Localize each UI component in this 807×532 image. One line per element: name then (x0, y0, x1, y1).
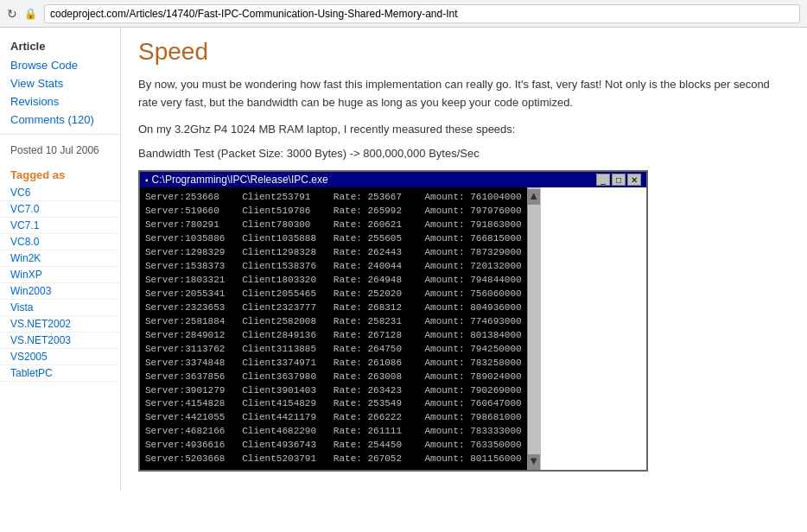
content-para-2: On my 3.2Ghz P4 1024 MB RAM laptop, I re… (138, 121, 790, 139)
cmd-restore-btn[interactable]: □ (612, 174, 626, 186)
cmd-titlebar: ▪ C:\Programming\IPC\Release\IPC.exe _ □… (140, 172, 646, 187)
cmd-line: Server:3113762 Client3113885 Rate: 26475… (145, 343, 522, 357)
sidebar-tag-vs.net2003[interactable]: VS.NET2003 (0, 332, 120, 349)
sidebar-tag-vista[interactable]: Vista (0, 300, 120, 316)
sidebar-section-label: Article (0, 35, 120, 56)
cmd-line: Server:2581884 Client2582008 Rate: 25823… (145, 315, 522, 329)
sidebar-divider (0, 134, 120, 135)
cmd-window: ▪ C:\Programming\IPC\Release\IPC.exe _ □… (138, 170, 648, 472)
sidebar-posted: Posted 10 Jul 2006 (0, 140, 120, 162)
cmd-line: Server:3901279 Client3901403 Rate: 26342… (145, 384, 522, 398)
content-para-1: By now, you must be wondering how fast t… (138, 76, 790, 112)
sidebar-tag-vc6[interactable]: VC6 (0, 185, 120, 201)
cmd-scrollbar[interactable]: ▲ ▼ (527, 187, 541, 470)
url-bar[interactable] (44, 4, 800, 23)
sidebar-tag-vs.net2002[interactable]: VS.NET2002 (0, 316, 120, 332)
section-heading: Speed (138, 38, 790, 66)
cmd-minimize-btn[interactable]: _ (596, 174, 610, 186)
sidebar-tag-vc7.1[interactable]: VC7.1 (0, 218, 120, 234)
sidebar-tag-win2003[interactable]: Win2003 (0, 283, 120, 300)
sidebar-tag-vc8.0[interactable]: VC8.0 (0, 234, 120, 250)
cmd-line: Server:4154828 Client4154829 Rate: 25354… (145, 397, 522, 411)
cmd-titlebar-left: ▪ C:\Programming\IPC\Release\IPC.exe (145, 174, 328, 186)
browser-bar: ↻ 🔒 (0, 0, 807, 28)
cmd-line: Server:519660 Client519786 Rate: 265992 … (145, 205, 522, 218)
cmd-line: Server:1803321 Client1803320 Rate: 26494… (145, 274, 522, 288)
cmd-line: Server:5203668 Client5203791 Rate: 26705… (145, 453, 522, 466)
cmd-line: Server:4936616 Client4936743 Rate: 25445… (145, 439, 522, 453)
sidebar-tag-winxp[interactable]: WinXP (0, 267, 120, 283)
cmd-line: Server:4421055 Client4421179 Rate: 26622… (145, 411, 522, 425)
sidebar-tag-win2k[interactable]: Win2K (0, 250, 120, 267)
browse-code-link[interactable]: Browse Code (0, 56, 120, 74)
bandwidth-line: Bandwidth Test (Packet Size: 3000 Bytes)… (138, 147, 790, 160)
revisions-link[interactable]: Revisions (0, 92, 120, 111)
cmd-line: Server:2055341 Client2055465 Rate: 25202… (145, 288, 522, 301)
cmd-line: Server:3374848 Client3374971 Rate: 26108… (145, 357, 522, 370)
cmd-line: Server:1538373 Client1538376 Rate: 24004… (145, 260, 522, 274)
cmd-icon: ▪ (145, 175, 149, 185)
reload-icon[interactable]: ↻ (7, 7, 17, 21)
sidebar-tag-vs2005[interactable]: VS2005 (0, 349, 120, 365)
cmd-line: Server:3637856 Client3637980 Rate: 26300… (145, 370, 522, 384)
cmd-titlebar-controls: _ □ ✕ (596, 174, 641, 186)
cmd-body-container: Server:253668 Client253791 Rate: 253667 … (140, 187, 646, 470)
main-content: Speed By now, you must be wondering how … (121, 28, 807, 491)
cmd-line: Server:1035886 Client1035888 Rate: 25560… (145, 232, 522, 246)
tags-container: VC6VC7.0VC7.1VC8.0Win2KWinXPWin2003Vista… (0, 185, 120, 382)
sidebar: Article Browse Code View Stats Revisions… (0, 28, 121, 491)
view-stats-link[interactable]: View Stats (0, 74, 120, 92)
comments-link[interactable]: Comments (120) (0, 111, 120, 129)
scrollbar-thumb-up[interactable]: ▲ (528, 189, 540, 205)
sidebar-tag-vc7.0[interactable]: VC7.0 (0, 201, 120, 218)
cmd-body: Server:253668 Client253791 Rate: 253667 … (140, 187, 527, 470)
page-container: Article Browse Code View Stats Revisions… (0, 28, 807, 491)
scrollbar-thumb-down[interactable]: ▼ (528, 454, 540, 470)
lock-icon: 🔒 (24, 8, 37, 20)
cmd-line: Server:4682166 Client4682290 Rate: 26111… (145, 425, 522, 439)
cmd-line: Server:253668 Client253791 Rate: 253667 … (145, 191, 522, 205)
cmd-line: Server:1298329 Client1298328 Rate: 26244… (145, 246, 522, 260)
cmd-line: Server:2849012 Client2849136 Rate: 26712… (145, 329, 522, 343)
cmd-title: C:\Programming\IPC\Release\IPC.exe (152, 174, 328, 186)
cmd-close-btn[interactable]: ✕ (627, 174, 641, 186)
cmd-line: Server:2323653 Client2323777 Rate: 26831… (145, 301, 522, 315)
sidebar-tag-tabletpc[interactable]: TabletPC (0, 365, 120, 382)
cmd-line: Server:780291 Client780300 Rate: 260621 … (145, 218, 522, 232)
sidebar-tagged-label: Tagged as (0, 162, 120, 185)
